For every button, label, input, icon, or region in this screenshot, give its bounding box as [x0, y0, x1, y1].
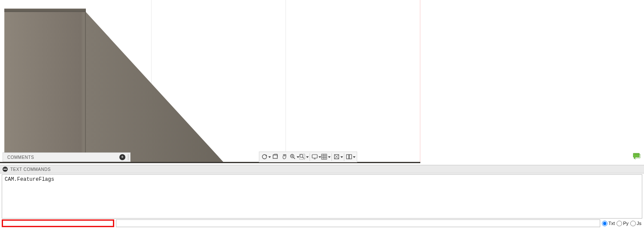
navigation-toolbar: [259, 152, 357, 162]
ground-plane-edge: [0, 162, 420, 163]
lang-py-radio[interactable]: Py: [617, 221, 629, 226]
svg-rect-24: [3, 169, 7, 170]
svg-rect-6: [273, 155, 277, 158]
svg-rect-16: [322, 154, 327, 159]
model-solid: [0, 9, 232, 163]
text-commands-input-row: Txt Py Js: [0, 219, 644, 228]
add-comment-button[interactable]: +: [119, 154, 125, 160]
grid-settings-icon: [321, 153, 328, 161]
svg-line-8: [293, 157, 295, 159]
look-at-button[interactable]: [270, 153, 280, 161]
highlighted-region: [2, 219, 114, 227]
toolbar-separator: [344, 153, 344, 161]
zoom-button[interactable]: [289, 153, 299, 161]
orbit-icon: [261, 153, 268, 161]
lang-txt-radio[interactable]: Txt: [602, 221, 615, 226]
comments-panel-header[interactable]: COMMENTS +: [3, 152, 131, 162]
lang-js-label: Js: [637, 221, 641, 226]
lang-js-radio[interactable]: Js: [630, 221, 641, 226]
axis-line: [420, 0, 420, 163]
dropdown-caret-icon: [306, 156, 309, 158]
text-commands-output[interactable]: CAM.FeatureFlags: [2, 174, 642, 219]
svg-rect-14: [312, 155, 317, 158]
toolbar-separator: [310, 153, 310, 161]
svg-point-5: [265, 155, 267, 156]
svg-marker-0: [4, 9, 86, 12]
svg-marker-1: [4, 12, 223, 162]
display-settings-icon: [311, 153, 318, 161]
minus-icon: [3, 169, 7, 170]
text-commands-panel: TEXT COMMANDS CAM.FeatureFlags Txt Py Js: [0, 165, 644, 228]
radio-input[interactable]: [630, 221, 636, 226]
pan-button[interactable]: [280, 153, 289, 161]
viewport-3d[interactable]: [0, 0, 644, 163]
display-settings-button[interactable]: [311, 153, 321, 161]
radio-input[interactable]: [602, 221, 608, 226]
zoom-icon: [289, 153, 296, 161]
svg-rect-22: [346, 155, 349, 159]
svg-rect-23: [349, 155, 352, 159]
pan-icon: [281, 153, 288, 161]
collapse-button[interactable]: [3, 167, 8, 172]
speech-bubble-icon: [633, 153, 641, 160]
svg-line-12: [302, 157, 304, 158]
look-at-icon: [272, 153, 279, 161]
orbit-button[interactable]: [261, 153, 270, 161]
viewport-layout-button[interactable]: [346, 153, 355, 161]
text-commands-title: TEXT COMMANDS: [10, 167, 51, 172]
lang-py-label: Py: [623, 221, 629, 226]
language-radio-group: Txt Py Js: [602, 219, 642, 227]
svg-rect-3: [85, 12, 86, 162]
svg-rect-2: [4, 12, 5, 162]
grid-line: [286, 0, 286, 163]
text-commands-header[interactable]: TEXT COMMANDS: [0, 165, 644, 173]
zoom-window-button[interactable]: [299, 153, 308, 161]
zoom-window-icon: [299, 153, 306, 161]
dropdown-caret-icon: [328, 156, 331, 158]
divider: [128, 154, 128, 160]
feedback-button[interactable]: [633, 153, 641, 160]
snap-button[interactable]: [333, 153, 343, 161]
text-commands-input[interactable]: [116, 219, 600, 227]
svg-point-11: [300, 154, 303, 157]
comments-label: COMMENTS: [7, 155, 119, 160]
viewport-layout-icon: [346, 153, 352, 161]
snap-icon: [333, 153, 340, 161]
lang-txt-label: Txt: [608, 221, 615, 226]
dropdown-caret-icon: [353, 156, 355, 158]
dropdown-caret-icon: [340, 156, 343, 158]
radio-input[interactable]: [617, 221, 622, 226]
toolbar-separator: [331, 153, 332, 161]
grid-settings-button[interactable]: [321, 153, 330, 161]
